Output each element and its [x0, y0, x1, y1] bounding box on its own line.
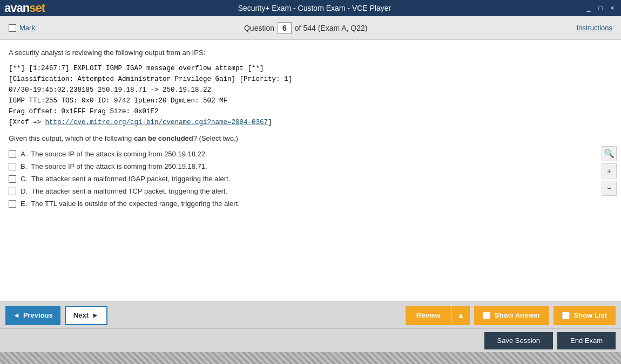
title-bar: avanset Security+ Exam - Custom Exam - V…	[0, 0, 621, 16]
logo: avanset	[4, 1, 45, 15]
option-e-checkbox[interactable]	[9, 200, 16, 208]
next-label: Next	[73, 311, 89, 319]
show-answer-label: Show Answer	[495, 311, 541, 319]
show-list-label: Show List	[574, 311, 607, 319]
end-exam-label: End Exam	[570, 336, 603, 345]
main-content: A security analyst is reviewing the foll…	[0, 40, 621, 301]
review-dropdown-button[interactable]: ▲	[451, 306, 470, 325]
option-b-label[interactable]: B. The source IP of the attack is coming…	[21, 162, 207, 170]
previous-label: Previous	[23, 311, 53, 319]
question-prompt: Given this output, which of the followin…	[9, 134, 589, 142]
search-button[interactable]: 🔍	[602, 146, 617, 161]
option-e-label[interactable]: E. The TTL value is outside of the expec…	[21, 200, 240, 208]
show-list-button[interactable]: Show List	[554, 306, 616, 325]
logo-text: avanset	[4, 1, 45, 15]
option-c: C. The attacker sent a malformed IGAP pa…	[9, 175, 589, 183]
save-session-button[interactable]: Save Session	[484, 332, 554, 349]
options-list: A. The source IP of the attack is coming…	[9, 150, 589, 208]
left-arrow-icon: ◄	[13, 311, 20, 319]
mark-label[interactable]: Mark	[19, 24, 35, 32]
second-bottom-bar: Save Session End Exam	[0, 328, 621, 352]
mark-checkbox[interactable]	[9, 24, 16, 32]
option-d-label[interactable]: D. The attacker sent a malformed TCP pac…	[21, 187, 227, 195]
minus-icon: −	[607, 184, 611, 193]
show-answer-button[interactable]: Show Answer	[474, 306, 549, 325]
question-of-total: of 544 (Exam A, Q22)	[295, 24, 368, 32]
option-c-label[interactable]: C. The attacker sent a malformed IGAP pa…	[21, 175, 230, 183]
maximize-button[interactable]: □	[596, 4, 605, 12]
code-line-5: Frag offset: 0x1FFF Frag Size: 0x01E2	[9, 106, 589, 117]
code-line-3: 07/30-19:45:02.238185 250.19.18.71 -> 25…	[9, 85, 589, 95]
question-number: 6	[278, 22, 292, 34]
search-icon: 🔍	[604, 148, 615, 159]
code-line-6: [Xref => http://cve.mitre.org/cgi-bin/cv…	[9, 117, 589, 128]
hatch-bar	[0, 352, 621, 364]
option-a: A. The source IP of the attack is coming…	[9, 150, 589, 158]
review-button[interactable]: Review	[406, 306, 451, 325]
question-label: Question	[244, 24, 274, 32]
code-block: [**] [1:2467:7] EXPLOIT IGMP IGAP messag…	[9, 63, 589, 128]
window-controls: _ □ ×	[584, 4, 617, 12]
logo-accent: set	[29, 1, 45, 15]
question-intro: A security analyst is reviewing the foll…	[9, 49, 589, 57]
code-line-4: IGMP TTL:255 TOS: 0x0 ID: 9742 IpLen:20 …	[9, 95, 589, 106]
review-dropdown-icon: ▲	[457, 311, 464, 319]
save-session-label: Save Session	[497, 336, 541, 345]
option-a-label[interactable]: A. The source IP of the attack is coming…	[21, 150, 207, 158]
code-line-1: [**] [1:2467:7] EXPLOIT IGMP IGAP messag…	[9, 63, 589, 74]
window-title: Security+ Exam - Custom Exam - VCE Playe…	[238, 4, 392, 12]
option-d: D. The attacker sent a malformed TCP pac…	[9, 187, 589, 195]
zoom-out-button[interactable]: −	[602, 181, 617, 196]
show-list-checkbox	[562, 312, 570, 319]
end-exam-button[interactable]: End Exam	[557, 332, 616, 349]
option-c-checkbox[interactable]	[9, 175, 16, 183]
close-button[interactable]: ×	[608, 4, 617, 12]
next-button[interactable]: Next ►	[65, 306, 107, 325]
review-label: Review	[416, 311, 441, 319]
show-answer-checkbox	[483, 312, 490, 319]
bottom-toolbar: ◄ Previous Next ► Review ▲ Show Answer S…	[0, 301, 621, 328]
instructions-link[interactable]: Instructions	[577, 24, 612, 32]
plus-icon: +	[607, 167, 611, 175]
option-a-checkbox[interactable]	[9, 150, 16, 158]
previous-button[interactable]: ◄ Previous	[5, 306, 60, 325]
question-area: A security analyst is reviewing the foll…	[0, 40, 621, 301]
cve-link[interactable]: http://cve.mitre.org/cgi-bin/cvename.cgi…	[45, 119, 268, 126]
review-group: Review ▲	[406, 306, 470, 325]
right-panel: 🔍 + −	[602, 146, 617, 196]
question-info: Question 6 of 544 (Exam A, Q22)	[244, 22, 367, 34]
right-arrow-icon: ►	[92, 311, 99, 319]
header-bar: Mark Question 6 of 544 (Exam A, Q22) Ins…	[0, 16, 621, 40]
minimize-button[interactable]: _	[584, 4, 593, 12]
option-b: B. The source IP of the attack is coming…	[9, 162, 589, 170]
option-e: E. The TTL value is outside of the expec…	[9, 200, 589, 208]
zoom-in-button[interactable]: +	[602, 163, 617, 178]
mark-area: Mark	[9, 24, 35, 32]
option-d-checkbox[interactable]	[9, 188, 16, 195]
option-b-checkbox[interactable]	[9, 163, 16, 170]
code-line-2: [Classification: Attempted Administrator…	[9, 74, 589, 85]
